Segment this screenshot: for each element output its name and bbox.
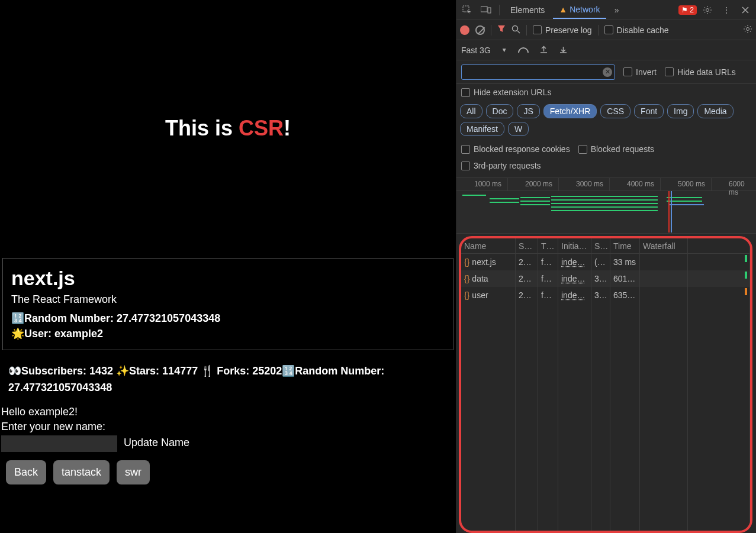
random-line: 🔢Random Number: 27.477321057043348 (11, 312, 445, 325)
hero-suffix: ! (284, 116, 291, 140)
pill-wasm[interactable]: W (508, 122, 529, 136)
preserve-log-checkbox[interactable]: Preserve log (533, 25, 592, 35)
swr-button[interactable]: swr (117, 460, 150, 484)
invert-checkbox[interactable]: Invert (623, 67, 657, 77)
col-time-head[interactable]: Time (610, 238, 639, 254)
svg-point-4 (513, 25, 518, 31)
errors-badge[interactable]: ⚑ 2 (678, 5, 697, 15)
blocked-requests-checkbox[interactable]: Blocked requests (578, 144, 654, 154)
device-icon[interactable] (478, 2, 494, 18)
warning-icon: ▲ (559, 5, 567, 14)
clear-icon[interactable] (475, 25, 485, 35)
name-input[interactable] (1, 435, 117, 452)
hide-data-urls-checkbox[interactable]: Hide data URLs (665, 67, 736, 77)
invert-label: Invert (636, 67, 657, 77)
col-status-head[interactable]: S… (516, 238, 538, 254)
back-button[interactable]: Back (6, 460, 46, 484)
throttle-bar: Fast 3G ▼ (456, 40, 756, 60)
download-icon[interactable] (559, 45, 568, 56)
tab-network-label: Network (570, 5, 600, 14)
pill-media[interactable]: Media (697, 104, 733, 118)
pill-js[interactable]: JS (517, 104, 539, 118)
row-wf-0 (640, 254, 749, 270)
row-initiator-2[interactable]: inde… (558, 287, 591, 303)
pill-css[interactable]: CSS (600, 104, 630, 118)
upload-icon[interactable] (539, 45, 548, 56)
chevron-down-icon: ▼ (501, 47, 507, 53)
row-status-0: 2… (516, 254, 538, 270)
pill-img[interactable]: Img (667, 104, 694, 118)
pill-doc[interactable]: Doc (486, 104, 514, 118)
svg-point-3 (706, 8, 709, 11)
filter-icon[interactable] (497, 25, 506, 35)
hello-text: Hello example2! (1, 406, 455, 418)
row-time-1: 601… (610, 270, 639, 287)
kebab-icon[interactable]: ⋮ (718, 2, 735, 18)
tick-5000: 5000 ms (678, 180, 705, 188)
row-initiator-1[interactable]: inde… (558, 270, 591, 287)
tanstack-button[interactable]: tanstack (53, 460, 110, 484)
random-label: 🔢Random Number: (11, 312, 117, 324)
blocked-cookies-checkbox[interactable]: Blocked response cookies (461, 144, 570, 154)
disable-cache-label: Disable cache (617, 25, 669, 35)
pill-fetch-xhr[interactable]: Fetch/XHR (543, 104, 597, 118)
filter-row: ✕ Invert Hide data URLs (456, 60, 756, 84)
pill-all[interactable]: All (460, 104, 482, 118)
preserve-log-label: Preserve log (545, 25, 592, 35)
disable-cache-checkbox[interactable]: Disable cache (604, 25, 669, 35)
search-icon[interactable] (511, 25, 520, 35)
row-size-2: 3… (591, 287, 610, 303)
row-wf-2 (640, 287, 749, 303)
col-name-head[interactable]: Name (461, 238, 515, 254)
col-waterfall-head[interactable]: Waterfall (640, 238, 749, 254)
row-type-2: f… (538, 287, 558, 303)
filter-input[interactable]: ✕ (461, 64, 615, 80)
row-name-0[interactable]: {}next.js (461, 254, 515, 270)
settings-icon[interactable] (699, 2, 716, 18)
hero: This is CSR! (0, 1, 456, 256)
devtools-panel: Elements ▲ Network » ⚑ 2 ⋮ Preserve log (456, 0, 756, 533)
close-icon[interactable] (737, 2, 754, 18)
row-name-1[interactable]: {}data (461, 270, 515, 287)
hide-extension-urls-label: Hide extension URLs (474, 88, 552, 97)
col-initiator-head[interactable]: Initia… (558, 238, 591, 254)
row-initiator-0[interactable]: inde… (558, 254, 591, 270)
nav-row: Back tanstack swr (1, 460, 455, 484)
hide-extension-urls-checkbox[interactable]: Hide extension URLs (461, 88, 552, 97)
row-name-2[interactable]: {}user (461, 287, 515, 303)
tab-network[interactable]: ▲ Network (553, 1, 606, 19)
record-icon[interactable] (460, 25, 469, 35)
hero-prefix: This is (165, 116, 239, 140)
tick-3000: 3000 ms (576, 180, 603, 188)
col-type-head[interactable]: T… (538, 238, 558, 254)
network-settings-icon[interactable] (743, 24, 752, 35)
hide-data-urls-label: Hide data URLs (677, 67, 736, 77)
timeline-lines (456, 191, 756, 232)
user-line: 🌟User: example2 (11, 327, 445, 340)
hero-heading: This is CSR! (165, 116, 291, 141)
inspect-icon[interactable] (459, 2, 475, 18)
user-label: 🌟User: (11, 328, 54, 340)
timeline-ruler: 1000 ms 2000 ms 3000 ms 4000 ms 5000 ms … (456, 178, 756, 191)
network-conditions-icon[interactable] (518, 46, 529, 54)
tick-4000: 4000 ms (627, 180, 654, 188)
timeline-overview[interactable]: 1000 ms 2000 ms 3000 ms 4000 ms 5000 ms … (456, 178, 756, 234)
col-size-head[interactable]: S… (591, 238, 610, 254)
json-icon: {} (464, 257, 469, 267)
stats-line: 👀Subscribers: 1432 ✨Stars: 114777 🍴 Fork… (0, 353, 456, 400)
pill-font[interactable]: Font (634, 104, 664, 118)
more-tabs-icon[interactable]: » (609, 2, 625, 18)
update-name-button[interactable]: Update Name (124, 437, 189, 448)
pill-manifest[interactable]: Manifest (460, 122, 504, 136)
errors-count: 2 (690, 6, 694, 14)
throttle-select[interactable]: Fast 3G ▼ (461, 46, 507, 55)
json-icon: {} (464, 274, 469, 283)
svg-point-5 (747, 28, 749, 31)
clear-filter-icon[interactable]: ✕ (603, 67, 612, 77)
card-title: next.js (11, 267, 445, 290)
third-party-checkbox[interactable]: 3rd-party requests (461, 161, 541, 170)
row-size-0: (… (591, 254, 610, 270)
tab-elements[interactable]: Elements (504, 2, 551, 18)
row-wf-1 (640, 270, 749, 287)
row-status-1: 2… (516, 270, 538, 287)
